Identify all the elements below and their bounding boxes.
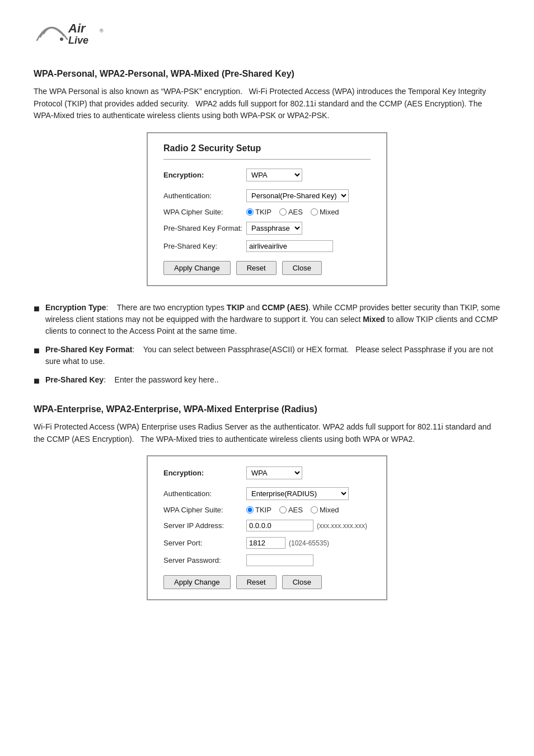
panel1-psk-key-input[interactable]	[246, 240, 333, 252]
bullet-item-encryption-type: ■ Encryption Type: There are two encrypt…	[34, 302, 500, 337]
panel1-auth-select[interactable]: Personal(Pre-Shared Key) Enterprise(RADI…	[246, 189, 349, 202]
svg-point-0	[60, 38, 63, 41]
panel1-cipher-tkip-radio[interactable]	[246, 208, 254, 216]
panel2-cipher-tkip[interactable]: TKIP	[246, 506, 271, 514]
panel1-cipher-control[interactable]: TKIP AES Mixed	[246, 208, 371, 216]
panel1-cipher-row: WPA Cipher Suite: TKIP AES Mixed	[163, 208, 371, 216]
bullet-label-1: Encryption Type	[45, 303, 106, 312]
bullet-text-1: Encryption Type: There are two encryptio…	[45, 302, 500, 337]
panel2-cipher-aes-radio[interactable]	[279, 506, 287, 514]
airlive-logo: Air Live ®	[34, 17, 106, 50]
panel1-auth-control[interactable]: Personal(Pre-Shared Key) Enterprise(RADI…	[246, 189, 371, 202]
panel2-server-pass-control[interactable]	[246, 554, 371, 566]
bullet-icon-3: ■	[34, 374, 40, 389]
panel1-psk-format-control[interactable]: Passphrase HEX	[246, 222, 371, 235]
panel1-close-button[interactable]: Close	[282, 261, 322, 275]
bullet-icon-1: ■	[34, 301, 40, 316]
panel2-server-ip-label: Server IP Address:	[163, 521, 246, 530]
panel1-psk-key-label: Pre-Shared Key:	[163, 242, 246, 250]
panel1-encryption-select[interactable]: WPA WPA2 WPA-Mixed	[246, 169, 302, 181]
panel2-cipher-row: WPA Cipher Suite: TKIP AES Mixed	[163, 506, 371, 514]
svg-text:Live: Live	[68, 35, 88, 46]
bullet-label-3: Pre-Shared Key	[45, 375, 104, 384]
panel2-encryption-control[interactable]: WPA WPA2 WPA-Mixed	[246, 466, 371, 479]
panel2-server-port-label: Server Port:	[163, 539, 246, 547]
panel1-auth-row: Authentication: Personal(Pre-Shared Key)…	[163, 189, 371, 202]
panel2-server-pass-row: Server Password:	[163, 554, 371, 566]
panel1-encryption-row: Encryption: WPA WPA2 WPA-Mixed	[163, 169, 371, 181]
panel1-cipher-tkip[interactable]: TKIP	[246, 208, 271, 216]
panel2-server-port-row: Server Port: (1024-65535)	[163, 537, 371, 549]
bullet-item-psk-format: ■ Pre-Shared Key Format: You can select …	[34, 344, 500, 367]
panel2-auth-row: Authentication: Personal(Pre-Shared Key)…	[163, 487, 371, 500]
panel2-server-pass-label: Server Password:	[163, 556, 246, 564]
panel2: Encryption: WPA WPA2 WPA-Mixed Authentic…	[147, 455, 387, 600]
panel1-psk-format-select[interactable]: Passphrase HEX	[246, 222, 302, 235]
panel2-encryption-row: Encryption: WPA WPA2 WPA-Mixed	[163, 466, 371, 479]
panel2-server-pass-input[interactable]	[246, 554, 313, 566]
panel1-auth-label: Authentication:	[163, 192, 246, 200]
panel2-auth-label: Authentication:	[163, 489, 246, 498]
bullet-text-2: Pre-Shared Key Format: You can select be…	[45, 344, 500, 367]
panel2-server-port-hint: (1024-65535)	[289, 539, 329, 547]
section1-heading: WPA-Personal, WPA2-Personal, WPA-Mixed (…	[34, 69, 500, 79]
panel1: Radio 2 Security Setup Encryption: WPA W…	[147, 132, 387, 286]
panel2-auth-control[interactable]: Personal(Pre-Shared Key) Enterprise(RADI…	[246, 487, 371, 500]
panel2-close-button[interactable]: Close	[282, 575, 322, 589]
panel2-server-ip-hint: (xxx.xxx.xxx.xxx)	[317, 522, 367, 530]
section2-heading: WPA-Enterprise, WPA2-Enterprise, WPA-Mix…	[34, 404, 500, 414]
panel2-cipher-mixed-radio[interactable]	[311, 506, 318, 514]
panel1-encryption-label: Encryption:	[163, 171, 246, 179]
bullet-label-2: Pre-Shared Key Format	[45, 345, 133, 354]
panel1-title: Radio 2 Security Setup	[163, 143, 371, 160]
panel1-psk-format-row: Pre-Shared Key Format: Passphrase HEX	[163, 222, 371, 235]
logo-area: Air Live ®	[34, 17, 500, 52]
svg-text:®: ®	[100, 28, 104, 34]
panel2-server-ip-control[interactable]: (xxx.xxx.xxx.xxx)	[246, 520, 371, 531]
panel1-psk-key-row: Pre-Shared Key:	[163, 240, 371, 252]
bullet-list-1: ■ Encryption Type: There are two encrypt…	[34, 302, 500, 389]
panel2-server-port-input[interactable]	[246, 537, 285, 549]
panel2-cipher-aes[interactable]: AES	[279, 506, 303, 514]
panel1-psk-format-label: Pre-Shared Key Format:	[163, 224, 246, 232]
panel1-apply-button[interactable]: Apply Change	[163, 261, 231, 275]
panel2-encryption-label: Encryption:	[163, 469, 246, 477]
section1-body: The WPA Personal is also known as “WPA-P…	[34, 86, 500, 122]
panel1-cipher-aes[interactable]: AES	[279, 208, 303, 216]
section2-body: Wi-Fi Protected Access (WPA) Enterprise …	[34, 421, 500, 445]
svg-text:Air: Air	[68, 21, 86, 35]
panel2-cipher-mixed[interactable]: Mixed	[311, 506, 339, 514]
panel2-server-ip-row: Server IP Address: (xxx.xxx.xxx.xxx)	[163, 520, 371, 531]
panel2-server-port-control[interactable]: (1024-65535)	[246, 537, 371, 549]
panel2-cipher-control[interactable]: TKIP AES Mixed	[246, 506, 371, 514]
panel1-cipher-mixed-radio[interactable]	[311, 208, 318, 216]
panel2-encryption-select[interactable]: WPA WPA2 WPA-Mixed	[246, 466, 302, 479]
panel2-cipher-label: WPA Cipher Suite:	[163, 506, 246, 514]
panel2-server-ip-input[interactable]	[246, 520, 313, 531]
panel1-psk-key-control[interactable]	[246, 240, 371, 252]
panel1-cipher-label: WPA Cipher Suite:	[163, 208, 246, 216]
panel2-cipher-tkip-radio[interactable]	[246, 506, 254, 514]
bullet-icon-2: ■	[34, 343, 40, 358]
panel2-button-row: Apply Change Reset Close	[163, 575, 371, 589]
bullet-text-3: Pre-Shared Key: Enter the password key h…	[45, 374, 500, 386]
panel2-apply-button[interactable]: Apply Change	[163, 575, 231, 589]
panel1-encryption-control[interactable]: WPA WPA2 WPA-Mixed	[246, 169, 371, 181]
panel2-reset-button[interactable]: Reset	[236, 575, 277, 589]
panel1-cipher-mixed[interactable]: Mixed	[311, 208, 339, 216]
panel1-button-row: Apply Change Reset Close	[163, 261, 371, 275]
panel1-cipher-aes-radio[interactable]	[279, 208, 287, 216]
panel2-auth-select[interactable]: Personal(Pre-Shared Key) Enterprise(RADI…	[246, 487, 349, 500]
panel1-reset-button[interactable]: Reset	[236, 261, 277, 275]
bullet-item-psk-key: ■ Pre-Shared Key: Enter the password key…	[34, 374, 500, 389]
